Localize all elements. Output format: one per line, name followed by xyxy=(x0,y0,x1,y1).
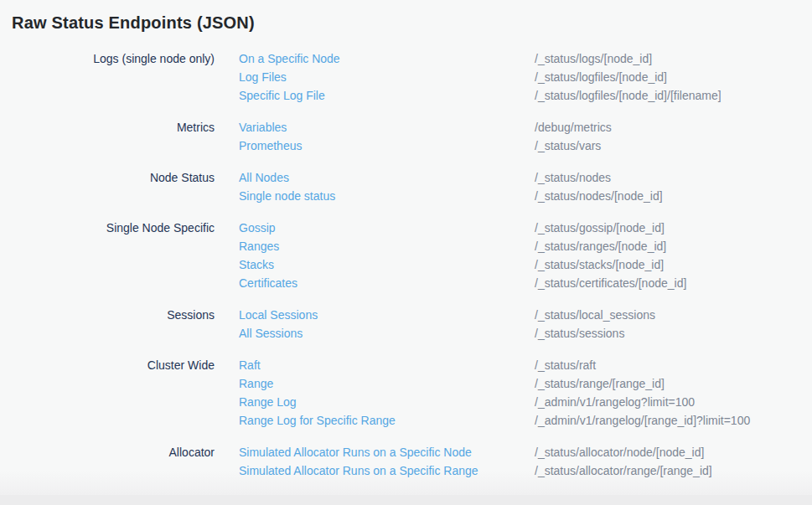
section-rows: Raft /_status/raft Range /_status/range/… xyxy=(215,356,812,430)
endpoint-row: Raft /_status/raft xyxy=(215,356,812,374)
endpoint-link[interactable]: All Sessions xyxy=(239,324,535,343)
endpoint-section: Allocator Simulated Allocator Runs on a … xyxy=(0,443,812,480)
endpoint-row: Range Log /_admin/v1/rangelog?limit=100 xyxy=(215,393,812,411)
endpoint-row: Simulated Allocator Runs on a Specific R… xyxy=(215,461,812,480)
endpoint-path: /_admin/v1/rangelog/[range_id]?limit=100 xyxy=(535,411,750,430)
endpoint-path: /_status/vars xyxy=(535,137,601,155)
endpoint-link[interactable]: Simulated Allocator Runs on a Specific R… xyxy=(239,461,535,480)
section-rows: All Nodes /_status/nodes Single node sta… xyxy=(215,168,812,205)
endpoint-path: /_status/nodes xyxy=(535,168,611,187)
endpoint-row: All Nodes /_status/nodes xyxy=(215,168,812,187)
endpoint-section: Logs (single node only) On a Specific No… xyxy=(0,49,812,105)
debug-endpoints-page: Raw Status Endpoints (JSON) Logs (single… xyxy=(0,0,812,495)
endpoint-link[interactable]: Ranges xyxy=(239,237,535,255)
endpoint-row: All Sessions /_status/sessions xyxy=(215,324,812,343)
endpoint-path: /_status/local_sessions xyxy=(535,306,655,324)
endpoint-path: /_status/stacks/[node_id] xyxy=(535,255,664,274)
endpoint-row: Stacks /_status/stacks/[node_id] xyxy=(215,255,812,274)
endpoint-link[interactable]: All Nodes xyxy=(239,168,535,187)
endpoint-path: /_admin/v1/rangelog?limit=100 xyxy=(535,393,695,411)
endpoint-link[interactable]: Stacks xyxy=(239,255,535,274)
endpoint-link[interactable]: Certificates xyxy=(239,274,535,292)
endpoint-row: Prometheus /_status/vars xyxy=(215,137,812,155)
endpoint-row: Specific Log File /_status/logfiles/[nod… xyxy=(215,86,812,105)
endpoint-link[interactable]: Log Files xyxy=(239,68,535,86)
endpoints-list: Logs (single node only) On a Specific No… xyxy=(0,49,812,480)
endpoint-path: /_status/ranges/[node_id] xyxy=(535,237,666,255)
endpoint-link[interactable]: On a Specific Node xyxy=(239,49,535,68)
section-rows: Variables /debug/metrics Prometheus /_st… xyxy=(215,118,812,155)
endpoint-row: Certificates /_status/certificates/[node… xyxy=(215,274,812,292)
endpoint-link[interactable]: Gossip xyxy=(239,219,535,237)
endpoint-section: Metrics Variables /debug/metrics Prometh… xyxy=(0,118,812,155)
endpoint-link[interactable]: Variables xyxy=(239,118,535,137)
endpoint-row: Range /_status/range/[range_id] xyxy=(215,374,812,393)
endpoint-link[interactable]: Specific Log File xyxy=(239,86,535,105)
section-category: Node Status xyxy=(0,168,215,187)
endpoint-row: Variables /debug/metrics xyxy=(215,118,812,137)
endpoint-link[interactable]: Local Sessions xyxy=(239,306,535,324)
endpoint-link[interactable]: Single node status xyxy=(239,187,535,205)
endpoint-section: Cluster Wide Raft /_status/raft Range /_… xyxy=(0,356,812,430)
section-category: Sessions xyxy=(0,306,215,324)
section-category: Cluster Wide xyxy=(0,356,215,374)
endpoint-row: Range Log for Specific Range /_admin/v1/… xyxy=(215,411,812,430)
endpoint-section: Single Node Specific Gossip /_status/gos… xyxy=(0,219,812,292)
endpoint-path: /_status/range/[range_id] xyxy=(535,374,665,393)
endpoint-row: Gossip /_status/gossip/[node_id] xyxy=(215,219,812,237)
section-category: Logs (single node only) xyxy=(0,49,215,68)
endpoint-link[interactable]: Range Log for Specific Range xyxy=(239,411,535,430)
endpoint-link[interactable]: Raft xyxy=(239,356,535,374)
endpoint-row: Single node status /_status/nodes/[node_… xyxy=(215,187,812,205)
endpoint-link[interactable]: Range Log xyxy=(239,393,535,411)
endpoint-path: /_status/allocator/range/[range_id] xyxy=(535,461,712,480)
endpoint-row: Ranges /_status/ranges/[node_id] xyxy=(215,237,812,255)
endpoint-path: /_status/sessions xyxy=(535,324,624,343)
section-category: Metrics xyxy=(0,118,215,137)
page-title: Raw Status Endpoints (JSON) xyxy=(12,12,812,34)
endpoint-section: Sessions Local Sessions /_status/local_s… xyxy=(0,306,812,343)
endpoint-path: /_status/logfiles/[node_id] xyxy=(535,68,667,86)
endpoint-row: Local Sessions /_status/local_sessions xyxy=(215,306,812,324)
endpoint-path: /_status/certificates/[node_id] xyxy=(535,274,686,292)
endpoint-path: /_status/logs/[node_id] xyxy=(535,49,652,68)
endpoint-row: On a Specific Node /_status/logs/[node_i… xyxy=(215,49,812,68)
section-rows: Simulated Allocator Runs on a Specific N… xyxy=(215,443,812,480)
endpoint-section: Node Status All Nodes /_status/nodes Sin… xyxy=(0,168,812,205)
endpoint-row: Simulated Allocator Runs on a Specific N… xyxy=(215,443,812,461)
endpoint-row: Log Files /_status/logfiles/[node_id] xyxy=(215,68,812,86)
endpoint-link[interactable]: Range xyxy=(239,374,535,393)
section-rows: Local Sessions /_status/local_sessions A… xyxy=(215,306,812,343)
endpoint-path: /_status/logfiles/[node_id]/[filename] xyxy=(535,86,721,105)
endpoint-path: /debug/metrics xyxy=(535,118,612,137)
endpoint-link[interactable]: Prometheus xyxy=(239,137,535,155)
section-rows: On a Specific Node /_status/logs/[node_i… xyxy=(215,49,812,105)
section-category: Single Node Specific xyxy=(0,219,215,237)
section-rows: Gossip /_status/gossip/[node_id] Ranges … xyxy=(215,219,812,292)
endpoint-path: /_status/gossip/[node_id] xyxy=(535,219,665,237)
endpoint-path: /_status/allocator/node/[node_id] xyxy=(535,443,704,461)
endpoint-path: /_status/raft xyxy=(535,356,596,374)
endpoint-link[interactable]: Simulated Allocator Runs on a Specific N… xyxy=(239,443,535,461)
endpoint-path: /_status/nodes/[node_id] xyxy=(535,187,663,205)
section-category: Allocator xyxy=(0,443,215,461)
